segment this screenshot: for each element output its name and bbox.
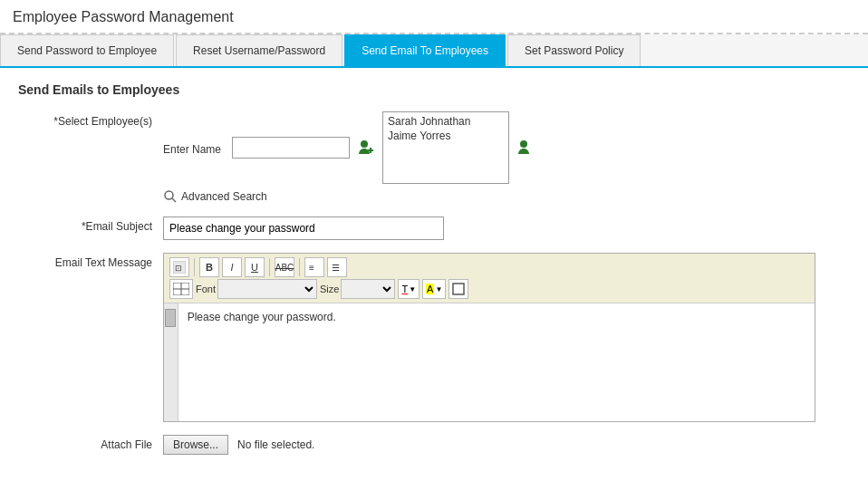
source-icon: ⊡ — [173, 261, 186, 274]
svg-point-3 — [520, 140, 527, 148]
ul-icon: ☰ — [331, 261, 343, 274]
bg-color-icon: A — [426, 284, 434, 294]
remove-employee-button[interactable] — [515, 137, 536, 159]
employee-row: *Select Employee(s) Enter Name S — [18, 111, 850, 204]
table-icon — [173, 283, 189, 295]
ol-icon: ≡ — [308, 261, 321, 274]
toolbar-separator-3 — [299, 258, 300, 276]
add-person-icon — [357, 139, 375, 157]
list-item[interactable]: Sarah Johnathan — [385, 114, 506, 129]
enter-name-label: Enter Name — [163, 139, 221, 156]
rte-ol-button[interactable]: ≡ — [304, 257, 324, 277]
attach-file-row: Attach File Browse... No file selected. — [18, 435, 850, 455]
tab-send-email[interactable]: Send Email To Employees — [344, 34, 506, 66]
maximize-icon — [452, 283, 465, 295]
svg-text:≡: ≡ — [309, 263, 314, 273]
main-content: Send Emails to Employees *Select Employe… — [0, 68, 868, 481]
rte-bg-color-button[interactable]: A ▼ — [422, 279, 446, 299]
font-label: Font — [196, 284, 216, 294]
scroll-thumb[interactable] — [165, 309, 176, 327]
svg-point-0 — [361, 140, 368, 148]
tab-set-policy[interactable]: Set Password Policy — [507, 34, 641, 66]
svg-rect-13 — [453, 284, 464, 294]
attach-file-area: Browse... No file selected. — [163, 435, 314, 455]
no-file-text: No file selected. — [237, 438, 314, 451]
employee-list[interactable]: Sarah Johnathan Jaime Yorres — [382, 111, 509, 184]
chevron-icon: ▼ — [435, 285, 442, 293]
rte-content-area[interactable]: Please change your password. — [178, 303, 815, 421]
page-header: Employee Password Management — [0, 0, 868, 34]
rte-table-insert-button[interactable] — [169, 279, 193, 299]
tabs-bar: Send Password to Employee Reset Username… — [0, 34, 868, 68]
employee-input-area: Enter Name Sarah Johnathan Jaime Yorres — [163, 111, 536, 204]
font-color-icon: T — [401, 284, 408, 294]
rich-text-editor: ⊡ B I U ABC ≡ ☰ — [163, 253, 815, 422]
size-select[interactable] — [341, 279, 395, 299]
list-item[interactable]: Jaime Yorres — [385, 129, 506, 143]
email-subject-row: *Email Subject — [18, 216, 850, 240]
page-container: Employee Password Management Send Passwo… — [0, 0, 868, 481]
size-select-group: Size — [320, 279, 395, 299]
email-text-row: Email Text Message ⊡ B I U ABC — [18, 253, 850, 422]
remove-person-icon — [516, 139, 535, 157]
rte-toolbar: ⊡ B I U ABC ≡ ☰ — [164, 254, 815, 303]
svg-point-4 — [165, 191, 173, 199]
font-select-group: Font — [196, 279, 317, 299]
rte-bold-button[interactable]: B — [199, 257, 219, 277]
rte-maximize-button[interactable] — [448, 279, 468, 299]
rte-italic-button[interactable]: I — [222, 257, 242, 277]
toolbar-separator-2 — [269, 258, 270, 276]
name-input[interactable] — [232, 137, 350, 159]
rte-toolbar-row1: ⊡ B I U ABC ≡ ☰ — [169, 257, 809, 277]
rte-toolbar-row2: Font Size T — [169, 279, 809, 299]
advanced-search-row[interactable]: Advanced Search — [163, 189, 536, 204]
browse-button[interactable]: Browse... — [163, 435, 228, 455]
font-select[interactable] — [217, 279, 317, 299]
svg-text:☰: ☰ — [332, 263, 340, 273]
rte-font-color-button[interactable]: T ▼ — [398, 279, 420, 299]
rte-underline-button[interactable]: U — [245, 257, 265, 277]
email-subject-input[interactable] — [163, 216, 444, 240]
rte-ul-button[interactable]: ☰ — [327, 257, 347, 277]
rte-source-button[interactable]: ⊡ — [169, 257, 189, 277]
advanced-search-label: Advanced Search — [181, 190, 267, 203]
section-title: Send Emails to Employees — [18, 82, 850, 97]
attach-file-label: Attach File — [18, 435, 163, 451]
chevron-icon: ▼ — [409, 285, 416, 293]
employee-label: *Select Employee(s) — [18, 111, 163, 128]
toolbar-separator-1 — [194, 258, 195, 276]
page-title: Employee Password Management — [13, 9, 855, 25]
svg-line-5 — [172, 198, 176, 202]
email-subject-label: *Email Subject — [18, 216, 163, 233]
email-text-label: Email Text Message — [18, 253, 163, 269]
tab-reset-username[interactable]: Reset Username/Password — [176, 34, 342, 66]
rte-left-scrollbar — [164, 303, 178, 421]
add-employee-button[interactable] — [355, 137, 377, 159]
tab-send-password[interactable]: Send Password to Employee — [0, 34, 174, 66]
rte-strikethrough-button[interactable]: ABC — [275, 257, 294, 277]
search-icon — [163, 189, 178, 204]
size-label: Size — [320, 284, 339, 294]
svg-text:⊡: ⊡ — [175, 264, 182, 273]
